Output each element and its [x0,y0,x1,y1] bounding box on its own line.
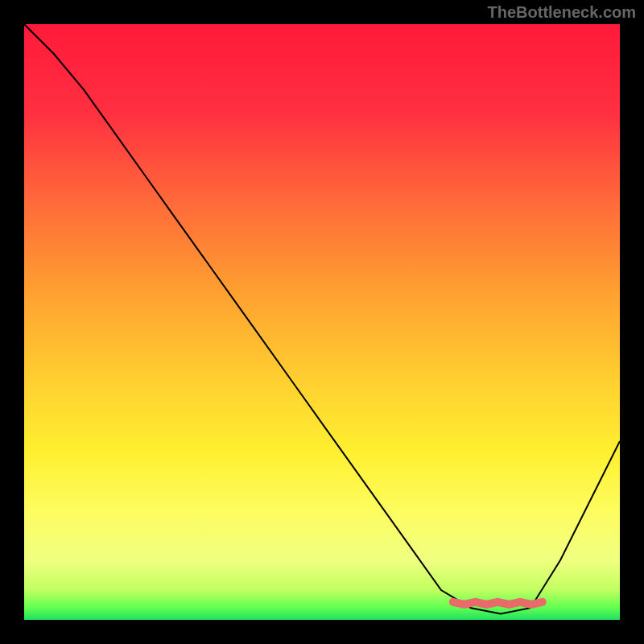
optimal-zone-marker [453,602,543,605]
chart-container: TheBottleneck.com [0,0,644,644]
bottleneck-curve [24,24,620,614]
chart-overlay [24,24,620,620]
watermark-text: TheBottleneck.com [488,3,636,22]
plot-area [24,24,620,620]
